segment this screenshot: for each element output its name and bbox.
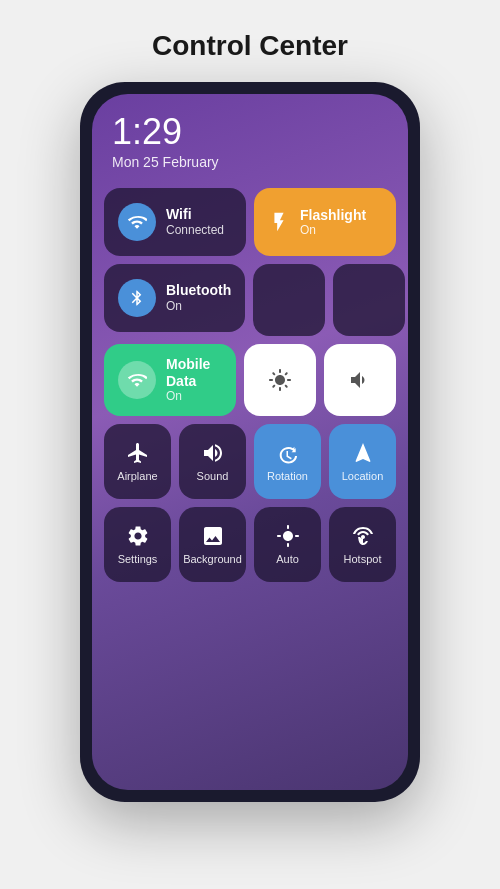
time-display: 1:29 [112,112,388,152]
bluetooth-tile[interactable]: Bluetooth On [104,264,245,332]
flashlight-sublabel: On [300,223,366,237]
location-tile[interactable]: Location [329,424,396,499]
flashlight-labels: Flashlight On [300,207,366,237]
mobile-data-sublabel: On [166,389,222,403]
wifi-tile[interactable]: Wifi Connected [104,188,246,256]
row-4: Airplane Sound Rot [104,424,396,499]
rotation-label: Rotation [267,470,308,482]
row-5: Settings Background [104,507,396,582]
dark-square-2[interactable] [333,264,405,336]
row-3: Mobile Data On [104,344,396,416]
hotspot-label: Hotspot [344,553,382,565]
auto-tile[interactable]: Auto [254,507,321,582]
location-icon [351,441,375,465]
settings-label: Settings [118,553,158,565]
wifi-icon [118,203,156,241]
settings-tile[interactable]: Settings [104,507,171,582]
location-label: Location [342,470,384,482]
mobile-data-tile[interactable]: Mobile Data On [104,344,236,416]
wifi-text: Wifi Connected [166,206,224,237]
auto-icon [276,524,300,548]
row-2: Bluetooth On [104,264,396,336]
auto-label: Auto [276,553,299,565]
mobile-data-label: Mobile Data [166,356,222,390]
page-title: Control Center [152,30,348,62]
phone-inner: 1:29 Mon 25 February Wifi Connected [92,94,408,790]
bluetooth-text: Bluetooth On [166,282,231,313]
rotation-icon [276,441,300,465]
background-tile[interactable]: Background [179,507,246,582]
flashlight-tile[interactable]: Flashlight On [254,188,396,256]
wifi-sublabel: Connected [166,223,224,237]
brightness-tile[interactable] [244,344,316,416]
flashlight-icon [268,211,290,233]
hotspot-tile[interactable]: Hotspot [329,507,396,582]
status-bar: 1:29 Mon 25 February [92,94,408,178]
background-icon [201,524,225,548]
volume-tile[interactable] [324,344,396,416]
control-grid: Wifi Connected Flashlight [92,178,408,790]
hotspot-icon [351,524,375,548]
row-1: Wifi Connected Flashlight [104,188,396,256]
sound-tile[interactable]: Sound [179,424,246,499]
background-label: Background [183,553,242,565]
bluetooth-sublabel: On [166,299,231,313]
sound-icon [201,441,225,465]
airplane-icon [126,441,150,465]
phone-frame: 1:29 Mon 25 February Wifi Connected [80,82,420,802]
wifi-label: Wifi [166,206,224,223]
settings-icon [126,524,150,548]
bluetooth-label: Bluetooth [166,282,231,299]
mobile-data-icon [118,361,156,399]
sound-label: Sound [197,470,229,482]
mobile-data-text: Mobile Data On [166,356,222,404]
airplane-tile[interactable]: Airplane [104,424,171,499]
flashlight-label: Flashlight [300,207,366,223]
bluetooth-icon [118,279,156,317]
airplane-label: Airplane [117,470,157,482]
flashlight-content: Flashlight On [268,207,382,237]
date-display: Mon 25 February [112,154,388,170]
rotation-tile[interactable]: Rotation [254,424,321,499]
dark-square-1[interactable] [253,264,325,336]
